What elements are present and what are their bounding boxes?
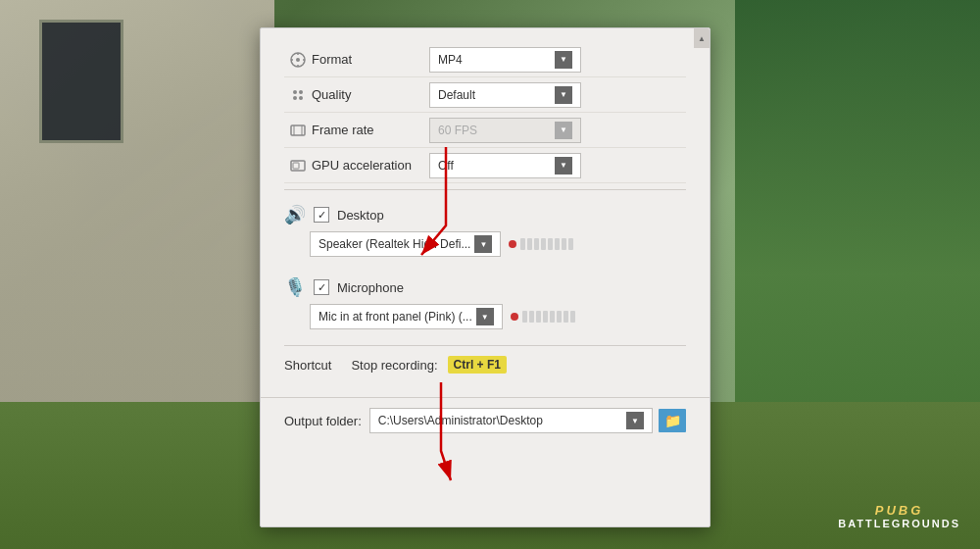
mic-vol-dot [511, 313, 518, 321]
folder-browse-button[interactable] [659, 409, 686, 432]
mic-bar-1 [522, 311, 527, 323]
mic-bar-3 [536, 311, 541, 323]
output-row: Output folder: C:\Users\Administrator\De… [261, 397, 710, 443]
pubg-text: PUBG [838, 503, 960, 518]
quality-control: Default [429, 82, 686, 108]
frame-rate-dropdown[interactable]: 60 FPS [429, 118, 581, 143]
shortcut-label: Shortcut [284, 358, 331, 373]
mic-vol-bars [522, 311, 575, 323]
svg-point-2 [293, 90, 297, 94]
desktop-device-value: Speaker (Realtek High Defi... [318, 237, 470, 251]
gpu-value: Off [438, 159, 551, 173]
gpu-control: Off [429, 153, 686, 178]
mic-bar-2 [529, 311, 534, 323]
desktop-device-dropdown[interactable]: Speaker (Realtek High Defi... [310, 231, 501, 257]
format-row: Format MP4 [284, 42, 686, 77]
microphone-icon: 🎙️ [284, 276, 306, 298]
frame-rate-value: 60 FPS [438, 124, 551, 137]
output-path-arrow [626, 412, 644, 429]
gpu-dropdown[interactable]: Off [429, 153, 581, 178]
vol-bar-6 [555, 238, 560, 250]
svg-rect-6 [291, 125, 305, 135]
output-label: Output folder: [284, 414, 362, 428]
shortcut-row: Shortcut Stop recording: Ctrl + F1 [284, 345, 686, 383]
settings-panel: Format MP4 Quality Defa [260, 27, 710, 527]
svg-point-1 [296, 58, 300, 62]
svg-rect-10 [293, 163, 299, 169]
vol-bar-8 [568, 238, 573, 250]
mic-bar-7 [564, 311, 568, 323]
frame-rate-label: Frame rate [312, 123, 429, 137]
frame-rate-icon [284, 122, 312, 139]
shortcut-action: Stop recording: [351, 358, 437, 373]
desktop-header: 🔊 Desktop [284, 204, 686, 225]
desktop-checkbox[interactable] [314, 207, 329, 223]
vol-bar-2 [527, 238, 532, 250]
format-dropdown[interactable]: MP4 [429, 47, 581, 73]
svg-point-4 [293, 96, 297, 100]
speaker-icon: 🔊 [284, 204, 306, 225]
frame-rate-dropdown-arrow [555, 122, 572, 139]
vol-bar-5 [548, 238, 553, 250]
microphone-volume [511, 311, 575, 323]
bg-building [0, 0, 274, 412]
microphone-label: Microphone [337, 280, 404, 295]
pubg-logo: PUBG BATTLEGROUNDS [838, 503, 960, 529]
mic-bar-6 [557, 311, 562, 323]
format-dropdown-arrow [555, 51, 572, 69]
quality-dropdown-arrow [555, 86, 572, 104]
format-value: MP4 [438, 53, 551, 67]
output-path-value: C:\Users\Administrator\Desktop [378, 414, 626, 427]
desktop-device-row: Speaker (Realtek High Defi... [310, 231, 686, 257]
desktop-vol-dot [509, 240, 516, 248]
gpu-dropdown-arrow [555, 157, 572, 175]
desktop-volume [509, 238, 573, 250]
microphone-device-dropdown[interactable]: Mic in at front panel (Pink) (... [310, 304, 503, 329]
microphone-checkbox[interactable] [314, 279, 329, 295]
vol-bar-1 [520, 238, 525, 250]
mic-bar-4 [543, 311, 548, 323]
key-combo: Ctrl + F1 [448, 356, 507, 374]
battlegrounds-text: BATTLEGROUNDS [838, 518, 960, 529]
vol-bar-3 [534, 238, 539, 250]
microphone-device-value: Mic in at front panel (Pink) (... [318, 310, 472, 324]
svg-point-5 [299, 96, 303, 100]
mic-bar-8 [570, 311, 575, 323]
quality-icon [284, 86, 312, 104]
microphone-header: 🎙️ Microphone [284, 276, 686, 298]
quality-dropdown[interactable]: Default [429, 82, 581, 108]
format-label: Format [312, 52, 429, 67]
vol-bar-4 [541, 238, 546, 250]
gpu-row: GPU acceleration Off [284, 148, 686, 183]
vol-bar-7 [562, 238, 566, 250]
desktop-device-arrow [474, 235, 492, 253]
microphone-section: 🎙️ Microphone Mic in at front panel (Pin… [284, 269, 686, 341]
output-path-dropdown[interactable]: C:\Users\Administrator\Desktop [369, 408, 653, 433]
desktop-vol-bars [520, 238, 573, 250]
frame-rate-control: 60 FPS [429, 118, 686, 143]
desktop-section: 🔊 Desktop Speaker (Realtek High Defi... [284, 196, 686, 269]
svg-point-3 [299, 90, 303, 94]
microphone-device-arrow [476, 308, 494, 325]
quality-label: Quality [312, 87, 429, 102]
format-control: MP4 [429, 47, 686, 73]
gpu-label: GPU acceleration [312, 158, 429, 173]
frame-rate-row: Frame rate 60 FPS [284, 113, 686, 148]
gpu-icon [284, 157, 312, 175]
panel-content: Format MP4 Quality Defa [261, 28, 710, 397]
quality-row: Quality Default [284, 77, 686, 113]
divider-1 [284, 189, 686, 190]
quality-value: Default [438, 88, 551, 102]
scroll-top-button[interactable] [694, 28, 710, 48]
mic-bar-5 [550, 311, 555, 323]
microphone-device-row: Mic in at front panel (Pink) (... [310, 304, 686, 329]
desktop-label: Desktop [337, 208, 384, 223]
format-icon [284, 51, 312, 69]
